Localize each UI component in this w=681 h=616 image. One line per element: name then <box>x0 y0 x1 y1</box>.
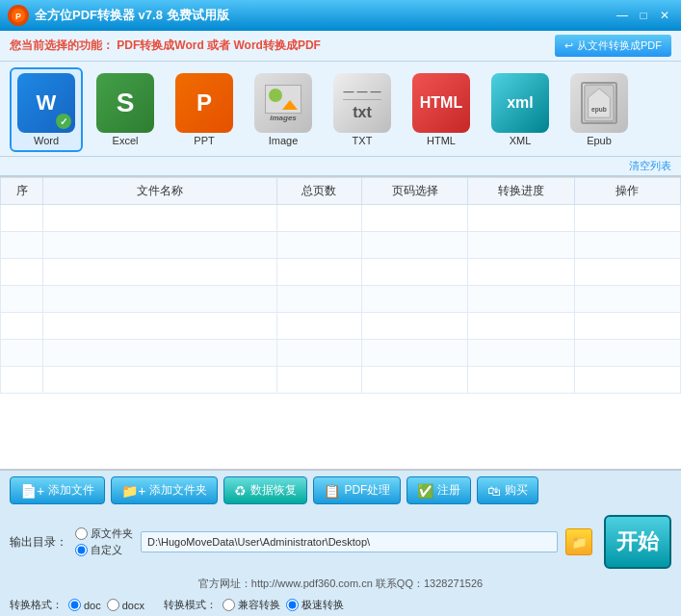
excel-letter: S <box>117 90 135 116</box>
image-label: Image <box>269 135 299 146</box>
col-action: 操作 <box>574 178 680 205</box>
folder-icon: 📁 <box>571 535 588 550</box>
data-recovery-icon: ♻ <box>234 483 247 499</box>
clear-list-bar[interactable]: 清空列表 <box>0 157 681 176</box>
buy-button[interactable]: 🛍 购买 <box>477 476 538 504</box>
images-text: images <box>270 114 297 122</box>
app-logo: P <box>8 5 29 26</box>
table-row <box>1 367 681 394</box>
format-image[interactable]: images Image <box>247 67 320 152</box>
main-content: 您当前选择的功能： PDF转换成Word 或者 Word转换成PDF ↩ 从文件… <box>0 31 681 616</box>
radio-original-input[interactable] <box>75 527 88 540</box>
mode-fast-option[interactable]: 极速转换 <box>286 598 344 612</box>
radio-original-folder[interactable]: 原文件夹 <box>75 526 133 541</box>
from-file-button[interactable]: ↩ 从文件转换成PDF <box>555 35 671 57</box>
word-check: ✓ <box>56 114 71 129</box>
txt-label: TXT <box>353 135 373 146</box>
mode-compat-radio[interactable] <box>223 599 235 611</box>
format-label: 转换格式： <box>10 598 63 612</box>
pdf-process-label: PDF处理 <box>344 482 390 499</box>
file-table: 序 文件名称 总页数 页码选择 转换进度 操作 <box>0 177 681 394</box>
data-recovery-button[interactable]: ♻ 数据恢复 <box>223 476 307 504</box>
svg-text:epub: epub <box>591 106 607 114</box>
clear-list-label: 清空列表 <box>629 160 671 171</box>
radio-custom-input[interactable] <box>75 544 88 556</box>
ppt-icon-box: P <box>175 73 233 133</box>
word-label: Word <box>34 135 59 146</box>
format-ppt[interactable]: P PPT <box>168 67 241 152</box>
table-row <box>1 340 681 367</box>
format-word[interactable]: W ✓ Word <box>10 67 83 152</box>
register-button[interactable]: ✅ 注册 <box>406 476 471 504</box>
output-radio-group: 原文件夹 自定义 <box>75 526 133 557</box>
epub-label: Epub <box>587 135 612 146</box>
start-label: 开始 <box>616 527 659 556</box>
txt-label-inner: txt <box>353 104 372 121</box>
mode-fast-label: 极速转换 <box>301 598 344 612</box>
mode-fast-radio[interactable] <box>286 599 299 611</box>
add-folder-button[interactable]: 📁+ 添加文件夹 <box>111 476 218 504</box>
table-row <box>1 232 681 259</box>
function-description: 您当前选择的功能： PDF转换成Word 或者 Word转换成PDF <box>10 38 321 54</box>
xml-text: xml <box>507 94 534 112</box>
add-file-button[interactable]: 📄+ 添加文件 <box>10 476 105 504</box>
title-bar: P 全方位PDF转换器 v7.8 免费试用版 — □ ✕ <box>0 0 681 31</box>
output-path-input[interactable] <box>141 531 558 552</box>
title-bar-controls: — □ ✕ <box>614 7 673 24</box>
radio-original-label: 原文件夹 <box>91 526 133 541</box>
format-txt[interactable]: — — — txt TXT <box>326 67 399 152</box>
radio-custom[interactable]: 自定义 <box>75 543 133 557</box>
mode-compat-option[interactable]: 兼容转换 <box>223 598 280 612</box>
xml-icon-box: xml <box>491 73 549 133</box>
ppt-label: PPT <box>194 135 214 146</box>
epub-icon-box: epub <box>570 73 628 133</box>
output-row: 输出目录： 原文件夹 自定义 📁 开始 <box>0 510 681 574</box>
format-docx-radio[interactable] <box>107 599 119 611</box>
start-button[interactable]: 开始 <box>604 515 671 569</box>
col-index: 序 <box>1 178 43 205</box>
website-bar: 官方网址：http://www.pdf360.com.cn 联系QQ：13282… <box>0 574 681 594</box>
minimize-button[interactable]: — <box>614 7 631 24</box>
format-options-row: 转换格式： doc docx 转换模式： 兼容转换 极速转换 <box>0 594 681 616</box>
col-page-select: 页码选择 <box>362 178 468 205</box>
add-folder-label: 添加文件夹 <box>149 482 207 499</box>
format-html[interactable]: HTML HTML <box>405 67 478 152</box>
close-button[interactable]: ✕ <box>656 7 673 24</box>
html-text: HTML <box>420 94 462 112</box>
format-docx-option[interactable]: docx <box>107 599 144 611</box>
excel-label: Excel <box>113 135 139 146</box>
format-doc-radio[interactable] <box>68 599 81 611</box>
table-row <box>1 313 681 340</box>
add-folder-icon: 📁+ <box>121 483 145 499</box>
txt-icon-box: — — — txt <box>333 73 391 133</box>
output-label: 输出目录： <box>10 534 67 551</box>
function-bar: 您当前选择的功能： PDF转换成Word 或者 Word转换成PDF ↩ 从文件… <box>0 31 681 62</box>
txt-inner: — — — txt <box>343 73 381 133</box>
browse-folder-button[interactable]: 📁 <box>565 528 592 555</box>
image-icon-box: images <box>254 73 312 133</box>
html-icon-box: HTML <box>412 73 470 133</box>
svg-text:P: P <box>15 12 21 21</box>
ppt-letter: P <box>196 90 212 116</box>
function-value: PDF转换成Word 或者 Word转换成PDF <box>117 38 321 52</box>
image-icon-inner: images <box>265 85 301 122</box>
website-text: 官方网址：http://www.pdf360.com.cn 联系QQ：13282… <box>198 578 483 589</box>
register-icon: ✅ <box>417 483 433 499</box>
maximize-button[interactable]: □ <box>635 7 652 24</box>
word-icon-box: W ✓ <box>17 73 75 133</box>
function-label: 您当前选择的功能： <box>10 38 114 52</box>
txt-lines: — — — <box>343 86 381 100</box>
title-bar-left: P 全方位PDF转换器 v7.8 免费试用版 <box>8 5 229 26</box>
format-excel[interactable]: S Excel <box>89 67 162 152</box>
bottom-toolbar: 📄+ 添加文件 📁+ 添加文件夹 ♻ 数据恢复 📋 PDF处理 ✅ 注册 🛍 购… <box>0 470 681 510</box>
file-table-container: 序 文件名称 总页数 页码选择 转换进度 操作 <box>0 176 681 470</box>
add-file-label: 添加文件 <box>48 482 94 499</box>
format-xml[interactable]: xml XML <box>484 67 557 152</box>
format-doc-option[interactable]: doc <box>68 599 101 611</box>
pdf-process-button[interactable]: 📋 PDF处理 <box>313 476 401 504</box>
image-preview <box>265 85 301 114</box>
add-file-icon: 📄+ <box>20 483 44 499</box>
format-epub[interactable]: epub Epub <box>563 67 636 152</box>
format-group: 转换格式： doc docx <box>10 598 144 612</box>
register-label: 注册 <box>437 482 460 499</box>
